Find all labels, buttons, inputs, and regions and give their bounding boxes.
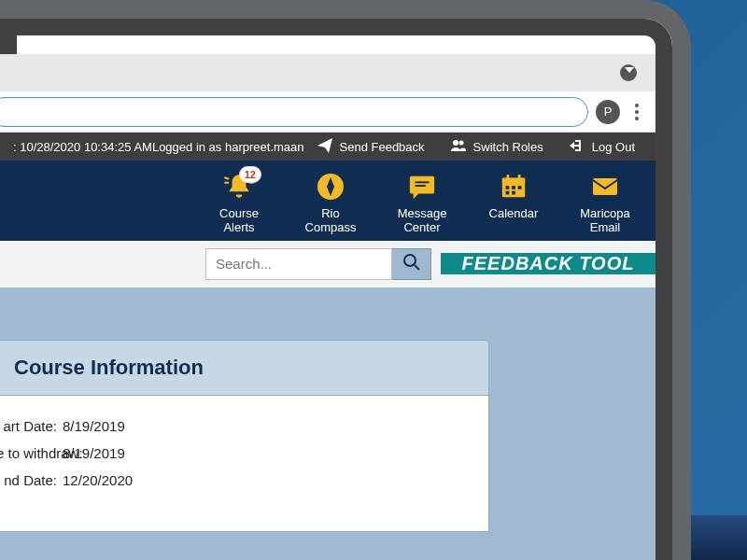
- svg-rect-12: [518, 186, 522, 189]
- row-label: nd Date:: [0, 472, 57, 488]
- message-icon: [405, 170, 439, 203]
- send-feedback-label: Send Feedback: [340, 140, 425, 154]
- content-area: Course Information art Date: 8/19/2019 a…: [0, 287, 655, 560]
- row-label: art Date:: [0, 418, 57, 434]
- compass-icon: [314, 170, 347, 203]
- dropdown-icon: [625, 67, 634, 73]
- nav-rio-compass[interactable]: Rio Compass: [295, 170, 366, 235]
- nav-calendar[interactable]: Calendar: [478, 170, 549, 235]
- svg-point-16: [404, 255, 416, 266]
- nav-label: Maricopa Email: [570, 207, 641, 235]
- browser-toolbar: P: [0, 91, 655, 133]
- nav-course-alerts[interactable]: 12 Course Alerts: [204, 170, 275, 235]
- row-value: 12/20/2020: [63, 472, 133, 488]
- nav-maricopa-email[interactable]: Maricopa Email: [570, 170, 641, 235]
- switch-roles-label: Switch Roles: [473, 140, 543, 154]
- search-row: FEEDBACK TOOL: [0, 241, 655, 287]
- svg-point-3: [329, 185, 332, 189]
- search-icon: [402, 253, 421, 275]
- top-action-bar: : 10/28/2020 10:34:25 AMLogged in as har…: [0, 133, 655, 161]
- svg-rect-8: [507, 175, 510, 180]
- login-status-text: : 10/28/2020 10:34:25 AMLogged in as har…: [13, 140, 304, 154]
- svg-rect-13: [506, 191, 510, 195]
- svg-rect-11: [512, 186, 515, 189]
- course-info-card: Course Information art Date: 8/19/2019 a…: [0, 340, 489, 532]
- feedback-tool-button[interactable]: FEEDBACK TOOL: [441, 253, 655, 274]
- svg-rect-14: [512, 191, 515, 195]
- log-out-link[interactable]: Log Out: [557, 138, 648, 156]
- row-value: 8/19/2019: [63, 445, 125, 461]
- browser-menu-button[interactable]: [627, 100, 646, 124]
- search-input[interactable]: [205, 248, 392, 280]
- search-button[interactable]: [392, 248, 431, 280]
- logout-icon: [570, 138, 585, 156]
- app-root: : 10/28/2020 10:34:25 AMLogged in as har…: [0, 133, 655, 560]
- calendar-icon: [497, 170, 530, 203]
- browser-tabstrip: [0, 54, 655, 91]
- svg-rect-7: [502, 178, 525, 184]
- nav-message-center[interactable]: Message Center: [387, 170, 458, 235]
- envelope-icon: [588, 170, 622, 203]
- nav-label: Message Center: [387, 207, 458, 235]
- address-bar[interactable]: [0, 97, 588, 127]
- paper-plane-icon: [317, 138, 332, 156]
- course-info-row: ast date to withdraw: 8/19/2019: [0, 440, 488, 467]
- nav-label: Calendar: [489, 207, 539, 221]
- main-nav: 12 Course Alerts: [0, 161, 655, 241]
- users-icon: [451, 138, 466, 156]
- send-feedback-link[interactable]: Send Feedback: [304, 138, 438, 156]
- course-info-body: art Date: 8/19/2019 ast date to withdraw…: [0, 396, 488, 531]
- svg-rect-15: [593, 178, 617, 195]
- browser-window: P : 10/28/2020 10:34:25 AMLogged in as h…: [0, 54, 655, 560]
- svg-rect-10: [506, 186, 510, 189]
- row-label: ast date to withdraw:: [0, 445, 57, 461]
- laptop-bezel: P : 10/28/2020 10:34:25 AMLogged in as h…: [0, 0, 691, 560]
- nav-label: Rio Compass: [295, 207, 366, 235]
- svg-line-17: [415, 265, 419, 270]
- row-value: 8/19/2019: [63, 418, 125, 434]
- course-info-row: art Date: 8/19/2019: [0, 413, 488, 440]
- search-wrap: FEEDBACK TOOL: [198, 241, 655, 287]
- svg-point-0: [453, 140, 458, 146]
- nav-label: Course Alerts: [204, 207, 275, 235]
- svg-rect-4: [416, 181, 430, 183]
- svg-point-1: [458, 140, 463, 145]
- profile-avatar[interactable]: P: [596, 100, 620, 124]
- course-info-heading: Course Information: [0, 341, 488, 396]
- log-out-label: Log Out: [592, 140, 635, 154]
- svg-rect-5: [416, 185, 426, 187]
- svg-rect-9: [518, 175, 521, 180]
- switch-roles-link[interactable]: Switch Roles: [438, 138, 557, 156]
- alerts-badge: 12: [239, 166, 261, 183]
- course-info-row: nd Date: 12/20/2020: [0, 467, 488, 494]
